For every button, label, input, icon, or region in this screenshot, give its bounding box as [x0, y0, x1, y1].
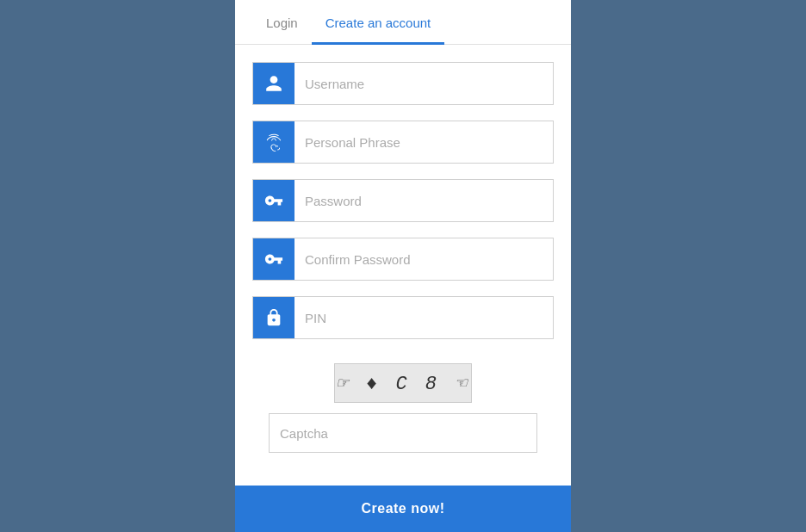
confirm-password-row	[252, 238, 554, 281]
confirm-password-input[interactable]	[294, 238, 553, 280]
key-confirm-icon	[253, 238, 294, 280]
key-icon	[253, 180, 294, 221]
password-row	[252, 179, 554, 222]
lock-icon	[253, 297, 294, 338]
personal-phrase-row	[252, 121, 554, 164]
pin-row	[252, 296, 554, 339]
tab-create-account[interactable]: Create an account	[312, 0, 445, 45]
personal-phrase-input[interactable]	[294, 121, 553, 163]
username-row	[252, 62, 554, 105]
tab-login[interactable]: Login	[252, 0, 312, 45]
pin-input[interactable]	[294, 297, 553, 338]
username-input[interactable]	[294, 63, 553, 104]
registration-card: Login Create an account	[235, 0, 571, 532]
captcha-image: ☞ ♦ C 8 ☜	[334, 363, 472, 403]
form-area: ☞ ♦ C 8 ☜	[235, 45, 571, 486]
captcha-input-row	[269, 413, 537, 453]
user-icon	[253, 63, 294, 104]
password-input[interactable]	[294, 180, 553, 221]
captcha-input[interactable]	[270, 414, 536, 452]
fingerprint-icon	[253, 121, 294, 163]
create-now-button[interactable]: Create now!	[235, 486, 571, 532]
tab-bar: Login Create an account	[235, 0, 571, 45]
captcha-wrapper: ☞ ♦ C 8 ☜	[252, 355, 554, 467]
